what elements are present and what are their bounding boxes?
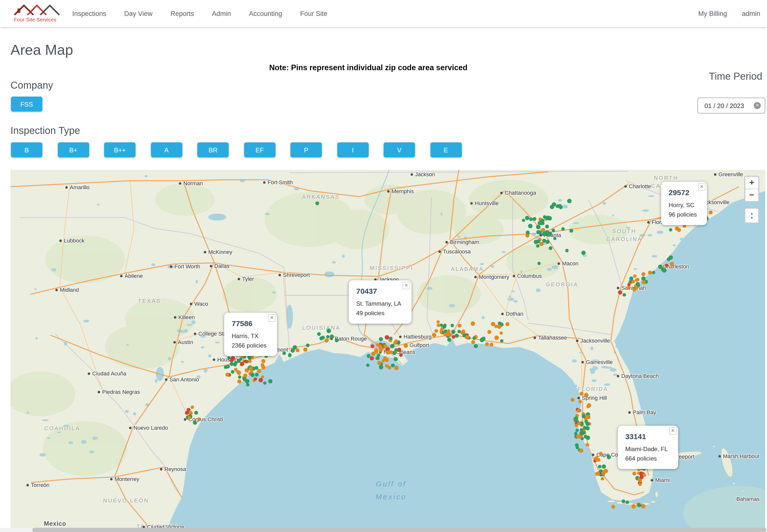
zip-pin-new-orleans[interactable]: [379, 348, 383, 352]
zip-pin-tampa-bay[interactable]: [585, 416, 589, 419]
zip-pin-sc-ga-coast[interactable]: [623, 293, 626, 296]
zip-pin-atlanta[interactable]: [526, 231, 530, 235]
inspection-type-b[interactable]: B++: [104, 142, 135, 157]
zip-pin-tampa-bay[interactable]: [579, 400, 582, 403]
zip-pin-east-texas-coast[interactable]: [296, 348, 300, 352]
zip-pin-sc-ga-coast[interactable]: [669, 255, 673, 260]
zip-pin-mississippi-coast[interactable]: [447, 338, 451, 342]
inspection-type-v[interactable]: V: [384, 142, 415, 157]
zip-pin-cape-coral[interactable]: [599, 452, 603, 456]
zip-pin-east-texas-coast[interactable]: [290, 349, 295, 353]
zip-pin-houston[interactable]: [230, 359, 233, 362]
zip-pin-cape-coral[interactable]: [596, 458, 599, 462]
zip-pin-mississippi-coast[interactable]: [435, 329, 438, 333]
popup-close-icon[interactable]: ✕: [403, 282, 410, 289]
zip-pin-mississippi-coast[interactable]: [452, 335, 455, 339]
zip-pin-houston[interactable]: [240, 362, 244, 366]
zip-pin-houston[interactable]: [250, 373, 254, 377]
zip-pin-tampa-bay[interactable]: [571, 398, 575, 402]
zip-pin-savannah-red[interactable]: [627, 283, 631, 287]
zip-pin-tampa-bay[interactable]: [577, 421, 581, 425]
zip-pin-north-georgia-scatter[interactable]: [539, 242, 544, 246]
zip-pin-mississippi-coast[interactable]: [437, 320, 440, 323]
popup-close-icon[interactable]: ✕: [669, 427, 677, 435]
zip-pin-mississippi-coast[interactable]: [444, 332, 448, 337]
inspection-type-e[interactable]: E: [430, 142, 462, 157]
zip-pin-new-orleans[interactable]: [379, 337, 383, 341]
zip-pin-pensacola-coast[interactable]: [474, 344, 478, 348]
clear-date-icon[interactable]: ✕: [754, 102, 761, 109]
zip-pin-houston[interactable]: [238, 375, 241, 379]
zip-pin-north-georgia-scatter[interactable]: [545, 225, 549, 229]
zip-pin-mississippi-coast[interactable]: [451, 330, 456, 334]
map-range-control[interactable]: ▲ ▼: [744, 208, 759, 224]
zip-pin-atlanta[interactable]: [547, 216, 550, 219]
time-period-input[interactable]: 01 / 20 / 2023 ✕: [698, 98, 765, 114]
zip-pin-sc-ga-coast[interactable]: [642, 280, 646, 284]
zip-pin-tampa-bay[interactable]: [577, 409, 581, 413]
inspection-type-br[interactable]: BR: [197, 142, 229, 157]
zip-pin-tampa-bay[interactable]: [580, 428, 583, 432]
zip-pin-atlanta[interactable]: [529, 217, 533, 221]
zip-pin-tampa-bay[interactable]: [586, 405, 590, 408]
zip-pin-north-georgia-scatter[interactable]: [581, 251, 586, 255]
zip-pin-north-georgia-scatter[interactable]: [565, 249, 569, 252]
zip-pin-atlanta-north[interactable]: [558, 204, 562, 208]
zip-pin-atlanta[interactable]: [536, 230, 540, 234]
zip-pin-houston[interactable]: [248, 360, 251, 363]
zip-pin-sc-ga-coast[interactable]: [636, 282, 640, 286]
zip-pin-baton-rouge[interactable]: [326, 329, 331, 333]
zip-pin-sc-ga-coast[interactable]: [648, 271, 652, 275]
zip-pin-mississippi-coast[interactable]: [443, 325, 446, 329]
zip-pin-north-georgia-scatter[interactable]: [549, 246, 552, 250]
zip-pin-mississippi-coast[interactable]: [437, 324, 440, 327]
zip-pin-new-orleans[interactable]: [394, 357, 398, 361]
zip-pin-east-texas-coast[interactable]: [306, 344, 310, 347]
zip-pin-florida-keys[interactable]: [626, 500, 629, 504]
zip-pin-sc-ga-coast[interactable]: [662, 268, 667, 273]
scrollbar-thumb[interactable]: [32, 528, 766, 532]
nav-item-admin[interactable]: admin: [742, 10, 760, 17]
zip-pin-sc-ga-coast[interactable]: [636, 278, 640, 281]
zip-pin-mississippi-coast[interactable]: [457, 330, 461, 333]
nav-item-accounting[interactable]: Accounting: [249, 10, 282, 17]
zip-pin-myrtle-beach-coast[interactable]: [669, 228, 672, 231]
zip-pin-east-texas-coast[interactable]: [282, 352, 286, 355]
zip-pin-houston[interactable]: [243, 373, 248, 378]
zip-pin-sc-ga-coast[interactable]: [627, 286, 630, 290]
zip-pin-houston[interactable]: [237, 379, 241, 383]
zip-pin-houston[interactable]: [226, 365, 230, 369]
zip-pin-corpus-christi[interactable]: [197, 417, 200, 421]
zip-pin-tampa-bay[interactable]: [585, 422, 589, 426]
zip-pin-new-orleans[interactable]: [377, 361, 381, 365]
zip-pin-florida-keys[interactable]: [641, 504, 645, 509]
zip-pin-houston[interactable]: [237, 359, 241, 363]
zip-pin-sc-ga-coast[interactable]: [670, 262, 674, 266]
popup-close-icon[interactable]: ✕: [268, 314, 275, 322]
zip-pin-pensacola-coast[interactable]: [500, 339, 504, 343]
zip-pin-florida-keys[interactable]: [632, 504, 636, 509]
zip-pin-atlanta[interactable]: [522, 219, 525, 222]
zip-pin-atlanta[interactable]: [561, 227, 565, 231]
zip-pin-houston[interactable]: [231, 370, 234, 373]
zip-pin-sc-ga-coast[interactable]: [618, 290, 622, 295]
zip-pin-new-orleans[interactable]: [383, 356, 387, 361]
zip-pin-tampa-bay[interactable]: [576, 429, 579, 432]
inspection-type-ef[interactable]: EF: [244, 142, 275, 157]
zip-pin-pensacola-coast[interactable]: [480, 338, 483, 341]
zip-pin-north-georgia-scatter[interactable]: [570, 229, 573, 233]
nav-item-four-site[interactable]: Four Site: [300, 10, 327, 17]
zip-pin-houston[interactable]: [244, 360, 247, 363]
zip-pin-cape-coral[interactable]: [601, 477, 604, 480]
zip-pin-sc-ga-coast[interactable]: [633, 274, 637, 278]
zip-pin-cape-coral[interactable]: [596, 472, 600, 476]
zip-pin-mississippi-coast[interactable]: [432, 333, 436, 337]
zip-pin-atlanta[interactable]: [528, 224, 533, 228]
zip-pin-baton-rouge[interactable]: [324, 338, 328, 343]
zip-pin-atlanta[interactable]: [525, 216, 529, 220]
zip-pin-houston[interactable]: [243, 377, 246, 380]
zip-pin-miami[interactable]: [633, 472, 637, 475]
zip-pin-corpus-christi[interactable]: [190, 406, 194, 409]
zip-pin-mississippi-coast[interactable]: [458, 324, 462, 328]
zip-pin-mississippi-coast[interactable]: [448, 332, 451, 335]
